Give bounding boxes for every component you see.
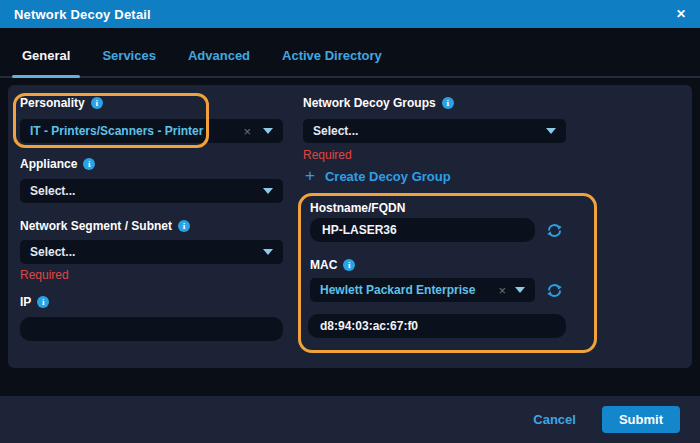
tab-bar: General Services Advanced Active Directo… xyxy=(0,28,700,78)
chevron-down-icon[interactable] xyxy=(515,287,525,293)
info-icon[interactable]: i xyxy=(442,97,454,109)
ip-label: IP i xyxy=(20,295,49,309)
plus-icon: + xyxy=(305,167,315,184)
tab-services[interactable]: Services xyxy=(102,48,156,76)
mac-vendor-select[interactable]: Hewlett Packard Enterprise × xyxy=(310,278,535,302)
ip-label-text: IP xyxy=(20,295,31,309)
cancel-button[interactable]: Cancel xyxy=(533,412,576,427)
hostname-label-text: Hostname/FQDN xyxy=(310,201,405,215)
chevron-down-icon[interactable] xyxy=(263,128,273,134)
create-decoy-group-label: Create Decoy Group xyxy=(325,169,451,184)
personality-label-text: Personality xyxy=(20,96,85,110)
hostname-input[interactable] xyxy=(310,218,535,242)
mac-address-input[interactable] xyxy=(308,314,566,338)
tab-advanced[interactable]: Advanced xyxy=(188,48,250,76)
clear-icon[interactable]: × xyxy=(243,125,251,138)
decoy-groups-required-text: Required xyxy=(303,148,352,162)
info-icon[interactable]: i xyxy=(37,296,49,308)
personality-select[interactable]: IT - Printers/Scanners - Printer × xyxy=(20,119,283,143)
chevron-down-icon[interactable] xyxy=(263,249,273,255)
general-form-panel: Personality i IT - Printers/Scanners - P… xyxy=(8,85,692,368)
info-icon[interactable]: i xyxy=(178,220,190,232)
appliance-select[interactable]: Select... xyxy=(20,179,283,203)
clear-icon[interactable]: × xyxy=(498,284,506,297)
network-segment-label: Network Segment / Subnet i xyxy=(20,219,190,233)
personality-label: Personality i xyxy=(20,96,103,110)
mac-label: MAC i xyxy=(310,258,355,272)
decoy-groups-select-value: Select... xyxy=(313,124,546,138)
info-icon[interactable]: i xyxy=(91,97,103,109)
appliance-label: Appliance i xyxy=(20,157,95,171)
info-icon[interactable]: i xyxy=(83,158,95,170)
info-icon[interactable]: i xyxy=(343,259,355,271)
network-segment-select[interactable]: Select... xyxy=(20,240,283,264)
appliance-select-value: Select... xyxy=(30,184,263,198)
refresh-hostname-icon[interactable] xyxy=(546,222,563,239)
decoy-groups-label-text: Network Decoy Groups xyxy=(303,96,436,110)
create-decoy-group-button[interactable]: + Create Decoy Group xyxy=(305,169,451,184)
network-segment-label-text: Network Segment / Subnet xyxy=(20,219,172,233)
decoy-groups-select[interactable]: Select... xyxy=(303,119,566,143)
tab-active-directory[interactable]: Active Directory xyxy=(282,48,382,76)
network-segment-required-text: Required xyxy=(20,268,69,282)
mac-label-text: MAC xyxy=(310,258,337,272)
modal-footer: Cancel Submit xyxy=(0,396,700,443)
decoy-groups-label: Network Decoy Groups i xyxy=(303,96,454,110)
submit-button[interactable]: Submit xyxy=(602,406,680,433)
chevron-down-icon[interactable] xyxy=(263,188,273,194)
personality-select-value: IT - Printers/Scanners - Printer xyxy=(30,124,243,138)
modal-title: Network Decoy Detail xyxy=(14,7,151,22)
refresh-mac-icon[interactable] xyxy=(546,282,563,299)
network-decoy-detail-modal: Network Decoy Detail ✕ General Services … xyxy=(0,0,700,443)
close-icon[interactable]: ✕ xyxy=(676,8,686,20)
mac-vendor-select-value: Hewlett Packard Enterprise xyxy=(320,283,498,297)
hostname-label: Hostname/FQDN xyxy=(310,201,405,215)
tab-general[interactable]: General xyxy=(22,48,70,76)
ip-input[interactable] xyxy=(20,317,283,341)
modal-header: Network Decoy Detail ✕ xyxy=(0,0,700,28)
network-segment-select-value: Select... xyxy=(30,245,263,259)
chevron-down-icon[interactable] xyxy=(546,128,556,134)
appliance-label-text: Appliance xyxy=(20,157,77,171)
